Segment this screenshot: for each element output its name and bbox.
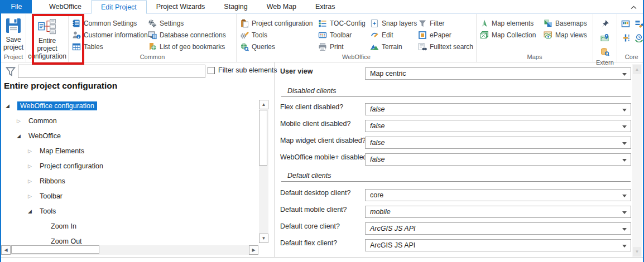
ribbon-group-project: Save project Project <box>1 14 26 62</box>
default-core-client-dropdown[interactable]: ArcGIS JS API <box>365 222 631 235</box>
tree-item-tools[interactable]: ◢Tools <box>1 203 258 219</box>
fulltext-search-button[interactable]: Fulltext search <box>416 41 474 52</box>
mountains-icon <box>370 42 379 51</box>
extern-database-search-button[interactable] <box>599 46 611 57</box>
section-divider <box>281 181 631 182</box>
filter-sub-elements-checkbox[interactable] <box>208 67 215 74</box>
database-connections-button[interactable]: Database connections <box>146 29 234 41</box>
queries-button[interactable]: Queries <box>238 41 316 52</box>
gear-wrench-icon <box>240 31 249 40</box>
tree-item-toolbar[interactable]: ▷Toolbar <box>1 188 258 203</box>
mobile-client-disabled-dropdown[interactable]: false <box>365 120 631 132</box>
default-mobile-client-label: Default mobile client? <box>280 203 347 214</box>
scroll-up-button[interactable]: ▲ <box>633 65 641 74</box>
tree-item-ribbons[interactable]: ▷Ribbons <box>1 173 258 188</box>
map-elements-button[interactable]: Map elements <box>478 17 542 29</box>
epaper-button[interactable]: ePaper <box>416 29 474 41</box>
list-of-geo-bookmarks-button[interactable]: List of geo bookmarks <box>146 41 234 52</box>
tree-vertical-scrollbar[interactable]: ▲ ▼ <box>259 100 268 243</box>
person-info-icon <box>72 31 81 40</box>
tree-horizontal-scrollbar[interactable]: ◀ ▶ <box>1 245 258 255</box>
filter-button[interactable]: Filter <box>416 17 474 29</box>
user-view-dropdown[interactable]: Map centric <box>365 67 631 80</box>
toc-config-button[interactable]: TOC-Config <box>316 17 368 29</box>
tab-project-wizards[interactable]: Project Wizards <box>147 0 215 13</box>
extern-map-marker-button[interactable] <box>599 32 611 43</box>
core-slider-button[interactable] <box>619 32 632 43</box>
filter-input[interactable] <box>18 65 205 78</box>
customer-information-button[interactable]: Customer information <box>70 29 146 41</box>
section-divider <box>281 96 631 97</box>
map-views-button[interactable]: Map views <box>542 29 591 41</box>
tree-collapsed-icon[interactable]: ▷ <box>17 118 28 124</box>
globe-search-icon <box>240 42 249 51</box>
tree-collapsed-icon[interactable]: ▷ <box>28 148 40 154</box>
gears-icon <box>148 19 157 28</box>
scroll-right-button[interactable]: ▶ <box>249 245 258 255</box>
scroll-down-button[interactable]: ▼ <box>633 247 641 256</box>
extern-pushpin-button[interactable] <box>599 18 611 30</box>
collapse-ribbon-button[interactable] <box>624 0 643 13</box>
default-flex-client-label: Default flex client? <box>280 237 337 247</box>
snap-layers-button[interactable]: Snap layers <box>368 17 416 29</box>
scroll-down-button[interactable]: ▼ <box>259 234 268 243</box>
core-panel-button[interactable] <box>619 18 632 30</box>
tables-button[interactable]: Tables <box>70 41 146 52</box>
tab-staging[interactable]: Staging <box>214 0 257 13</box>
panel-icon <box>621 20 630 28</box>
tree-expanded-icon[interactable]: ◢ <box>17 133 28 139</box>
toolbar-button[interactable]: Toolbar <box>316 29 368 41</box>
tree-item-project-configuration[interactable]: ▷Project configuration <box>1 158 258 173</box>
edit-button[interactable]: Edit <box>368 29 416 41</box>
terrain-button[interactable]: Terrain <box>368 41 416 52</box>
tab-edit-project[interactable]: Edit Project <box>91 0 147 14</box>
print-button[interactable]: Print <box>316 41 368 52</box>
save-project-button[interactable]: Save project <box>3 15 24 51</box>
tools-button[interactable]: Tools <box>238 29 316 41</box>
core-wrench-button[interactable] <box>633 18 644 30</box>
tab-web-map[interactable]: Web Map <box>257 0 306 13</box>
tree-item-map-elements[interactable]: ▷Map Elements <box>1 143 258 158</box>
flex-client-disabled-dropdown[interactable]: false <box>365 103 631 115</box>
tree-item-common[interactable]: ▷Common <box>1 113 258 128</box>
tree-item-weboffice-configuration[interactable]: ◢WebOffice configuration <box>1 98 258 113</box>
scrollbar-thumb[interactable] <box>259 110 267 166</box>
project-configuration-button[interactable]: Project configuration <box>238 17 316 29</box>
tree-item-zoom-in[interactable]: Zoom In <box>1 219 258 234</box>
scroll-up-button[interactable]: ▲ <box>259 100 268 109</box>
core-clock-button[interactable] <box>633 32 644 43</box>
chevron-down-icon <box>622 109 627 111</box>
default-desktop-client-dropdown[interactable]: core <box>365 189 631 201</box>
map-collection-button[interactable]: Map Collection <box>478 29 542 41</box>
chevron-down-icon <box>622 125 627 128</box>
map-widget-client-disabled-dropdown[interactable]: false <box>365 137 631 149</box>
weboffice-mobile-plus-disabled-dropdown[interactable]: false <box>365 153 631 166</box>
form-vertical-scrollbar[interactable]: ▲ ▼ <box>632 64 642 257</box>
tree-collapsed-icon[interactable]: ▷ <box>28 163 40 169</box>
tab-extras[interactable]: Extras <box>306 0 344 13</box>
scrollbar-thumb[interactable] <box>11 245 99 254</box>
slider-icon <box>621 33 630 42</box>
tab-weboffice[interactable]: WebOffice <box>40 0 91 13</box>
common-settings-button[interactable]: Common Settings <box>70 17 146 29</box>
tree-collapsed-icon[interactable]: ▷ <box>28 178 40 184</box>
settings-button[interactable]: Settings <box>146 17 234 29</box>
tree-collapsed-icon[interactable]: ▷ <box>28 193 40 199</box>
tree-expanded-icon[interactable]: ◢ <box>28 208 40 214</box>
save-icon <box>4 17 23 35</box>
scroll-left-button[interactable]: ◀ <box>1 245 11 255</box>
main-area: Filter sub elements Entire project confi… <box>1 62 643 258</box>
tree-expanded-icon[interactable]: ◢ <box>6 103 17 109</box>
default-mobile-client-dropdown[interactable]: mobile <box>365 206 631 218</box>
funnel-icon <box>418 19 427 28</box>
tree-item-weboffice[interactable]: ◢WebOffice <box>1 128 258 143</box>
ribbon: Save project Project <box>1 14 643 62</box>
panel-divider <box>274 62 275 257</box>
mobile-client-disabled-label: Mobile client disabled? <box>280 118 350 128</box>
weboffice-mobile-plus-disabled-label: WebOffice mobile+ disabled? <box>280 151 371 161</box>
tab-file[interactable]: File <box>1 0 32 13</box>
ribbon-group-core: Core <box>617 14 644 62</box>
default-flex-client-dropdown[interactable]: ArcGIS JS API <box>365 239 631 251</box>
entire-project-configuration-button[interactable]: Entire project configuration <box>28 15 66 60</box>
basemaps-button[interactable]: Basemaps <box>542 17 591 29</box>
